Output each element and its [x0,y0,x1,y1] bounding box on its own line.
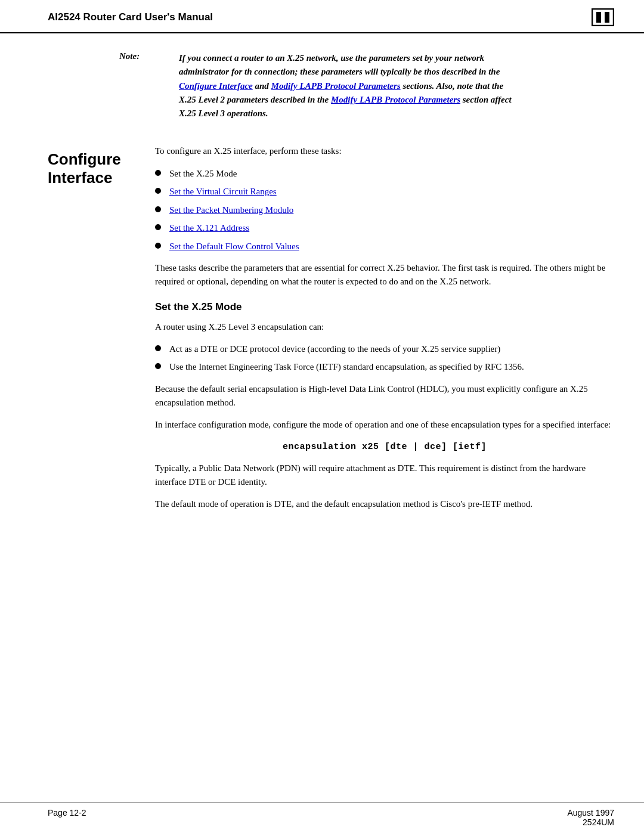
bullet-dot-icon [155,206,161,212]
x121-address-link[interactable]: Set the X.121 Address [169,221,249,235]
note-text: If you connect a router to an X.25 netwo… [179,51,513,120]
svg-rect-0 [592,9,614,26]
bullet-plain-text: Set the X.25 Mode [169,167,237,181]
x25-para4: The default mode of operation is DTE, an… [155,497,614,511]
set-x25-mode-heading: Set the X.25 Mode [155,301,614,313]
x25-para2: In interface configuration mode, configu… [155,418,614,432]
list-item: Set the X.25 Mode [155,167,614,181]
company-logo-icon [592,8,614,26]
default-flow-link[interactable]: Set the Default Flow Control Values [169,240,299,253]
note-section: Note: If you connect a router to an X.25… [48,51,614,120]
bullet-dot-icon [155,345,161,351]
page-header: AI2524 Router Card User's Manual [0,0,644,33]
configure-bullet-list: Set the X.25 Mode Set the Virtual Circui… [155,167,614,253]
bullet-dot-icon [155,170,161,176]
footer-page-number: Page 12-2 [48,808,86,827]
x25-mode-intro: A router using X.25 Level 3 encapsulatio… [155,320,614,334]
modify-lapb-link-2[interactable]: Modify LAPB Protocol Parameters [331,95,460,104]
svg-rect-2 [605,12,609,23]
list-item: Set the Packet Numbering Modulo [155,203,614,217]
footer-doc-id: 2524UM [567,817,614,827]
main-content: Note: If you connect a router to an X.25… [0,33,644,803]
x25-bullet-1: Act as a DTE or DCE protocol device (acc… [169,342,500,356]
virtual-circuit-link[interactable]: Set the Virtual Circuit Ranges [169,185,277,199]
section-right-col: To configure an X.25 interface, perform … [155,144,614,519]
bullet-dot-icon [155,363,161,369]
svg-rect-1 [596,12,601,23]
configure-interface-link[interactable]: Configure Interface [179,81,253,91]
configure-interface-section: Configure Interface To configure an X.25… [48,144,614,519]
list-item: Set the X.121 Address [155,221,614,235]
section-heading: Configure Interface [48,150,143,187]
footer-date: August 1997 [567,808,614,817]
x25-para1: Because the default serial encapsulation… [155,382,614,410]
header-title: AI2524 Router Card User's Manual [48,11,213,23]
list-item: Set the Default Flow Control Values [155,240,614,253]
encapsulation-code: encapsulation x25 [dte | dce] [ietf] [155,442,614,452]
configure-description: These tasks describe the parameters that… [155,261,614,289]
modify-lapb-link-1[interactable]: Modify LAPB Protocol Parameters [271,81,401,91]
x25-mode-bullet-list: Act as a DTE or DCE protocol device (acc… [155,342,614,374]
bullet-dot-icon [155,224,161,230]
page-footer: Page 12-2 August 1997 2524UM [0,803,644,833]
x25-para3: Typically, a Public Data Network (PDN) w… [155,462,614,490]
x25-bullet-2: Use the Internet Engineering Task Force … [169,360,524,374]
packet-numbering-link[interactable]: Set the Packet Numbering Modulo [169,203,293,217]
section-left-col: Configure Interface [48,144,155,519]
configure-intro: To configure an X.25 interface, perform … [155,144,614,158]
footer-right: August 1997 2524UM [567,808,614,827]
bullet-dot-icon [155,243,161,249]
note-label: Note: [119,51,167,120]
list-item: Act as a DTE or DCE protocol device (acc… [155,342,614,356]
list-item: Use the Internet Engineering Task Force … [155,360,614,374]
bullet-dot-icon [155,188,161,194]
list-item: Set the Virtual Circuit Ranges [155,185,614,199]
